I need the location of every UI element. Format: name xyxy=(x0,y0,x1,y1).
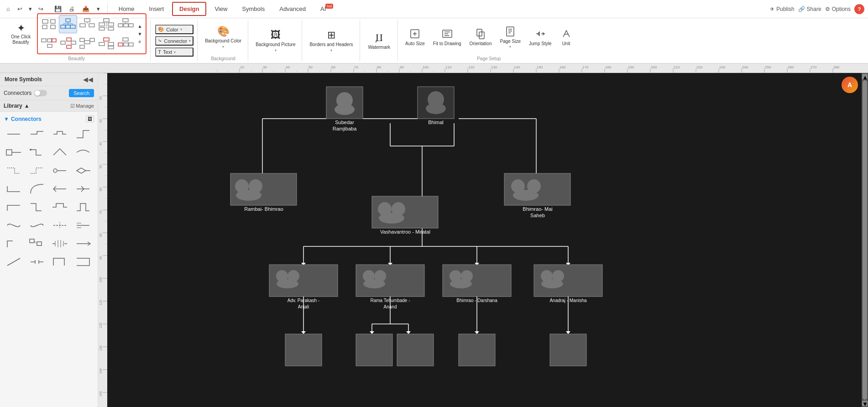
layout-style-7[interactable] xyxy=(59,34,77,52)
connector-5[interactable] xyxy=(4,144,24,161)
connector-25[interactable] xyxy=(4,235,24,252)
publish-btn[interactable]: ✈ Publish xyxy=(770,6,794,12)
connector-24[interactable] xyxy=(73,217,93,234)
jump-style-label: Jump Style xyxy=(529,41,551,46)
layout-style-1[interactable] xyxy=(40,15,58,33)
connector-3[interactable] xyxy=(50,126,70,142)
beautify-expand-btn[interactable]: ▲ xyxy=(136,23,144,30)
connector-4[interactable] xyxy=(73,126,93,142)
scroll-up-btn[interactable]: ▲ xyxy=(862,74,868,79)
one-click-beautify-btn[interactable]: ✦ One ClickBeautify xyxy=(6,21,35,47)
connectors-chevron-icon: ▼ xyxy=(4,116,9,122)
connector-27[interactable] xyxy=(50,235,70,252)
connector-6[interactable] xyxy=(27,144,47,161)
connector-23[interactable] xyxy=(50,217,70,234)
undo-btn[interactable]: ↩ xyxy=(15,4,25,14)
right-scrollbar-track[interactable]: ▲ ▼ xyxy=(862,73,868,407)
svg-rect-228 xyxy=(285,334,322,366)
home-icon-btn[interactable]: ⌂ xyxy=(4,4,13,14)
layout-style-8[interactable] xyxy=(78,34,96,52)
help-btn[interactable]: ? xyxy=(854,4,864,14)
connector-12[interactable] xyxy=(73,162,93,179)
layout-style-6[interactable] xyxy=(40,34,58,52)
beautify-more-btn[interactable]: ≡ xyxy=(136,38,144,45)
connector-16[interactable] xyxy=(73,181,93,197)
layout-style-10[interactable] xyxy=(116,34,135,52)
connectors-section-label: Connectors xyxy=(11,116,42,122)
layout-style-9[interactable] xyxy=(97,34,115,52)
beautify-collapse-btn[interactable]: ▼ xyxy=(136,31,144,37)
connector-18[interactable] xyxy=(27,199,47,215)
unit-btn[interactable]: Unit xyxy=(557,26,575,48)
fit-to-drawing-btn[interactable]: Fit to Drawing xyxy=(430,26,464,48)
connector-9[interactable] xyxy=(4,162,24,179)
borders-btn[interactable]: ⊞ Borders and Headers ▾ xyxy=(307,27,356,54)
page-size-btn[interactable]: Page Size ▾ xyxy=(497,24,523,51)
layout-style-5[interactable] xyxy=(116,15,135,33)
connector-7[interactable] xyxy=(50,144,70,161)
text-dropdown-btn[interactable]: T Text ▾ xyxy=(155,47,193,57)
connector-22[interactable] xyxy=(27,217,47,234)
tab-insert[interactable]: Insert xyxy=(143,3,171,15)
bg-color-btn[interactable]: 🎨 Background Color ▾ xyxy=(202,24,244,51)
connector-21[interactable] xyxy=(4,217,24,234)
bg-color-label: Background Color xyxy=(205,38,241,44)
tab-view[interactable]: View xyxy=(208,3,234,15)
bg-picture-section: 🖼 Background Picture ▾ xyxy=(249,20,302,61)
more-btn[interactable]: ▾ xyxy=(94,4,103,14)
drawing-canvas[interactable]: A xyxy=(107,73,862,407)
connector-10[interactable] xyxy=(27,162,47,179)
layout-style-3[interactable] xyxy=(78,15,96,33)
sidebar-collapse-btn[interactable]: ◀◀ xyxy=(83,76,93,83)
undo-dropdown-btn[interactable]: ▾ xyxy=(26,4,35,14)
connector-8[interactable] xyxy=(73,144,93,161)
print-btn[interactable]: 🖨 xyxy=(66,4,78,14)
svg-point-236 xyxy=(426,103,446,114)
svg-rect-40 xyxy=(90,38,94,42)
orientation-btn[interactable]: Orientation xyxy=(467,26,495,48)
connector-19[interactable] xyxy=(50,199,70,215)
scroll-down-btn[interactable]: ▼ xyxy=(862,401,868,406)
tab-design[interactable]: Design xyxy=(172,2,206,16)
connector-17[interactable] xyxy=(4,199,24,215)
color-dropdown-btn[interactable]: 🎨 Color ▾ xyxy=(155,25,193,34)
jump-style-btn[interactable]: Jump Style xyxy=(526,26,554,48)
search-btn[interactable]: Search xyxy=(69,89,94,97)
connector-28[interactable] xyxy=(73,235,93,252)
svg-rect-45 xyxy=(123,38,128,41)
canvas-container: 20 30 40 50 60 70 80 90 100 110 120 130 … xyxy=(98,73,868,407)
tab-advanced[interactable]: Advanced xyxy=(273,3,312,15)
options-btn[interactable]: ⚙ Options xyxy=(825,6,851,12)
connector-26[interactable] xyxy=(27,235,47,252)
connector-20[interactable] xyxy=(73,199,93,215)
tab-symbols[interactable]: Symbols xyxy=(235,3,271,15)
connectors-section-header[interactable]: ▼ Connectors 🖼 xyxy=(4,114,94,124)
save-btn[interactable]: 💾 xyxy=(52,4,64,14)
connector-32[interactable] xyxy=(73,254,93,270)
scroll-thumb[interactable] xyxy=(863,80,867,400)
share-btn[interactable]: 🔗 Share xyxy=(798,6,821,12)
manage-link[interactable]: ☑ Manage xyxy=(70,103,94,109)
auto-size-btn[interactable]: Auto Size xyxy=(403,26,428,48)
connector-31[interactable] xyxy=(50,254,70,270)
redo-btn[interactable]: ↪ xyxy=(36,4,46,14)
connector-11[interactable] xyxy=(50,162,70,179)
connector-1[interactable] xyxy=(4,126,24,142)
connector-30[interactable] xyxy=(27,254,47,270)
connectors-image-btn[interactable]: 🖼 xyxy=(86,115,94,122)
connector-29[interactable] xyxy=(4,254,24,270)
connector-13[interactable] xyxy=(4,181,24,197)
connector-14[interactable] xyxy=(27,181,47,197)
connectors-toggle[interactable] xyxy=(34,90,47,96)
export-btn[interactable]: 📤 xyxy=(79,4,92,14)
ai-hot-badge: hot xyxy=(325,4,333,9)
layout-style-4[interactable] xyxy=(97,15,115,33)
bg-picture-btn[interactable]: 🖼 Background Picture ▾ xyxy=(253,27,298,54)
connector-2[interactable] xyxy=(27,126,47,142)
connector-15[interactable] xyxy=(50,181,70,197)
layout-style-2[interactable] xyxy=(59,15,77,33)
connector-dropdown-btn[interactable]: ⤷ Connector ▾ xyxy=(155,36,193,46)
svg-text:Bhimal: Bhimal xyxy=(428,120,444,125)
unit-label: Unit xyxy=(562,41,570,46)
watermark-btn[interactable]: Ꙡ Watermark xyxy=(365,30,394,52)
